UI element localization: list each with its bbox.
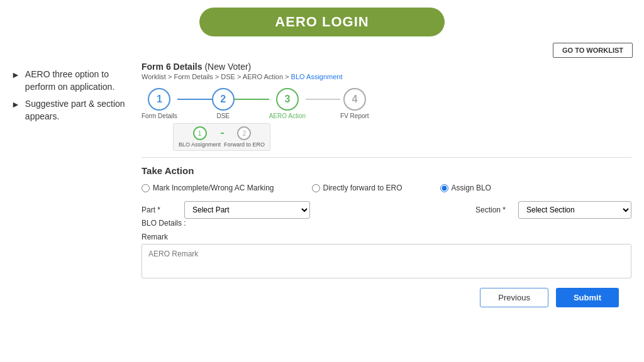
bottom-bar: Previous Submit [142,280,631,307]
step-2: 2 DSE [212,88,235,119]
step-line-3 [306,99,340,100]
content-area: Form 6 Details (New Voter) Worklist > Fo… [135,62,644,361]
part-section-row: Part * Select Part Section * Select Sect… [142,201,631,219]
sub-step-2: 2 Forward to ERO [224,126,265,148]
part-select[interactable]: Select Part [184,201,310,219]
submit-button[interactable]: Submit [556,288,619,307]
step-3: 3 AERO Action [269,88,306,119]
worklist-button[interactable]: GO TO WORKLIST [553,43,633,58]
step-label-2: DSE [216,112,230,119]
radio-label-1: Mark Incomplete/Wrong AC Marking [153,184,274,192]
radio-label-3: Assign BLO [452,184,491,192]
sidebar-item-2: ► Suggestive part & section appears. [11,97,129,123]
step-1: 1 Form Details [142,88,177,119]
radio-input-3[interactable] [440,184,448,192]
blo-details-label: BLO Details : [142,219,186,228]
step-label-3: AERO Action [269,112,306,119]
app-title: AERO LOGIN [199,8,444,36]
sub-circle-2: 2 [237,126,251,140]
step-label-1: Form Details [142,112,177,119]
blo-details-row: BLO Details : [142,219,631,228]
step-line-2 [235,99,269,100]
step-line-1 [177,99,212,100]
divider [142,157,631,158]
sub-circle-1: 1 [193,126,207,140]
header: AERO LOGIN [0,0,644,43]
step-circle-1: 1 [148,88,170,111]
step-label-4: FV Report [340,112,369,119]
main-layout: ► AERO three option to perform on applic… [0,62,644,361]
sidebar-text-2: Suggestive part & section appears. [25,97,129,123]
sub-label-1: BLO Assignment [179,141,221,148]
sidebar: ► AERO three option to perform on applic… [0,62,135,361]
radio-input-2[interactable] [312,184,320,192]
breadcrumb: Worklist > Form Details > DSE > AERO Act… [142,73,631,80]
radio-input-1[interactable] [142,184,150,192]
stepper: 1 Form Details 2 DSE 3 AERO Action 4 FV … [142,88,631,119]
radio-assign-blo[interactable]: Assign BLO [440,184,491,192]
part-group: Part * Select Part [142,201,310,219]
step-4: 4 FV Report [340,88,369,119]
step-circle-4: 4 [343,88,366,111]
radio-forward-ero[interactable]: Directly forward to ERO [312,184,402,192]
section-group: Section * Select Section [475,201,631,219]
sub-stepper: 1 BLO Assignment 2 Forward to ERO [173,123,631,151]
sub-label-2: Forward to ERO [224,141,265,148]
step-circle-3: 3 [276,88,299,111]
form-title: Form 6 Details (New Voter) [142,62,631,72]
part-label: Part * [142,206,179,214]
radio-group: Mark Incomplete/Wrong AC Marking Directl… [142,184,631,192]
remark-label: Remark [142,233,631,241]
remark-textarea[interactable] [142,244,631,278]
breadcrumb-link[interactable]: BLO Assignment [291,73,343,80]
take-action-title: Take Action [142,165,631,176]
sidebar-item-1: ► AERO three option to perform on applic… [11,68,129,94]
previous-button[interactable]: Previous [480,288,548,307]
section-label: Section * [475,206,513,214]
arrow-icon-1: ► [11,69,20,82]
sub-stepper-inner: 1 BLO Assignment 2 Forward to ERO [173,123,270,151]
radio-mark-incomplete[interactable]: Mark Incomplete/Wrong AC Marking [142,184,274,192]
sub-step-1: 1 BLO Assignment [179,126,221,148]
section-select[interactable]: Select Section [518,201,631,219]
sidebar-text-1: AERO three option to perform on applicat… [25,68,129,94]
radio-label-2: Directly forward to ERO [323,184,402,192]
step-circle-2: 2 [212,88,235,111]
arrow-icon-2: ► [11,99,20,111]
top-bar: GO TO WORKLIST [0,43,644,62]
